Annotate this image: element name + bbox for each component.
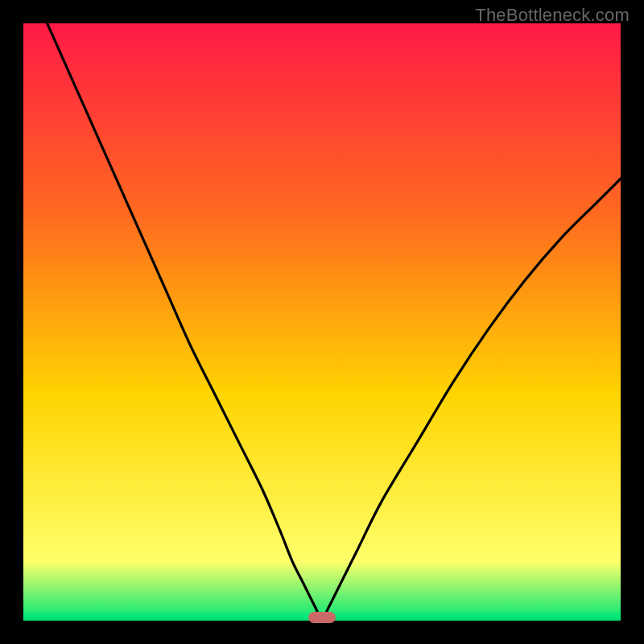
- curve-layer: [23, 23, 621, 621]
- watermark-text: TheBottleneck.com: [475, 5, 630, 26]
- optimal-point-marker: [308, 612, 336, 623]
- bottleneck-curve: [47, 23, 621, 621]
- plot-area: [23, 23, 621, 621]
- chart-frame: TheBottleneck.com: [0, 0, 644, 644]
